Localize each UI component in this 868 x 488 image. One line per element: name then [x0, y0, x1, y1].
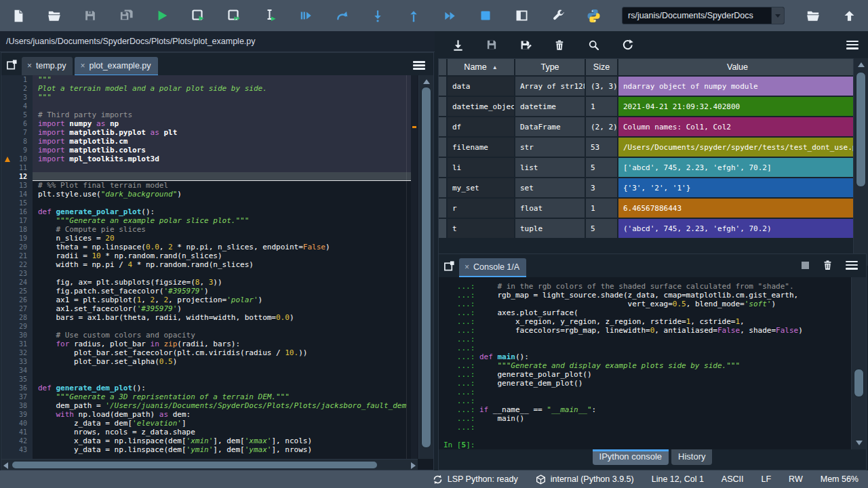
- line-number[interactable]: 39: [1, 410, 33, 419]
- code-line[interactable]: # Compute pie slices: [33, 225, 411, 234]
- code-line[interactable]: plt.style.use("dark_background"): [33, 190, 411, 199]
- code-line[interactable]: ax1 = plt.subplot(1, 2, 2, projection='p…: [33, 296, 411, 304]
- code-line[interactable]: fig.patch.set_facecolor('#395979'): [33, 287, 411, 296]
- line-number[interactable]: 31: [1, 340, 33, 348]
- line-number[interactable]: 4: [1, 102, 33, 110]
- line-number[interactable]: 9: [1, 146, 33, 155]
- code-line[interactable]: [33, 172, 411, 181]
- line-number[interactable]: 35: [1, 375, 33, 384]
- line-number[interactable]: 19: [1, 234, 33, 243]
- variable-value[interactable]: 2021-04-21 21:09:32.402800: [618, 97, 856, 117]
- close-console-icon[interactable]: ×: [465, 263, 469, 271]
- line-number[interactable]: 2: [1, 84, 33, 93]
- variable-row[interactable]: dfDataFrame(2, 2)Column names: Col1, Col…: [439, 117, 856, 138]
- code-line[interactable]: """: [33, 75, 411, 84]
- variable-name[interactable]: my_set: [448, 178, 515, 199]
- line-number[interactable]: 14: [1, 190, 33, 199]
- line-number[interactable]: 1: [1, 75, 33, 84]
- line-number[interactable]: 29: [1, 322, 33, 331]
- browse-directory-icon[interactable]: [806, 8, 821, 23]
- parent-directory-icon[interactable]: [842, 8, 856, 23]
- code-line[interactable]: [33, 366, 411, 375]
- code-line[interactable]: radii = 10 * np.random.rand(n_slices): [33, 251, 411, 260]
- line-number[interactable]: 7: [1, 128, 33, 137]
- variable-value[interactable]: ndarray object of numpy module: [618, 77, 856, 97]
- line-number[interactable]: 6: [1, 119, 33, 128]
- code-line[interactable]: # Third party imports: [33, 110, 411, 119]
- code-line[interactable]: [33, 375, 411, 384]
- save-data-icon[interactable]: [484, 37, 499, 52]
- code-line[interactable]: bars = ax1.bar(theta, radii, width=width…: [33, 313, 411, 322]
- ipython-console[interactable]: ...: # in the rgb colors of the shaded s…: [439, 277, 866, 449]
- code-line[interactable]: """Generate an example polar slice plot.…: [33, 216, 411, 225]
- line-number[interactable]: 21: [1, 251, 33, 260]
- variable-value[interactable]: ('abcd', 745, 2.23, 'efgh', 70.2): [618, 219, 856, 239]
- line-number[interactable]: 33: [1, 357, 33, 366]
- line-number[interactable]: 26: [1, 296, 33, 304]
- code-line[interactable]: import matplotlib.colors: [33, 146, 411, 155]
- debug-file-icon[interactable]: [298, 8, 313, 23]
- tab-ipython-console[interactable]: IPython console: [593, 449, 669, 465]
- code-line[interactable]: x_data = np.linspace(dem['xmin'], dem['x…: [33, 436, 411, 445]
- variable-name[interactable]: r: [448, 199, 515, 219]
- new-file-icon[interactable]: [11, 8, 26, 23]
- line-number[interactable]: 12: [1, 172, 33, 181]
- variable-type[interactable]: str: [515, 138, 586, 158]
- combobox-dropdown-arrow[interactable]: [771, 7, 784, 24]
- code-line[interactable]: [33, 322, 411, 331]
- line-number[interactable]: 28: [1, 313, 33, 322]
- variable-size[interactable]: (2, 2): [586, 117, 618, 138]
- variable-size[interactable]: 3: [586, 178, 618, 199]
- line-number[interactable]: 13: [1, 181, 33, 190]
- open-file-icon[interactable]: [47, 8, 62, 23]
- code-line[interactable]: n_slices = 20: [33, 234, 411, 243]
- save-data-as-icon[interactable]: [518, 37, 533, 52]
- line-number[interactable]: 5: [1, 110, 33, 119]
- variable-name[interactable]: filename: [448, 138, 515, 158]
- run-selection-icon[interactable]: [262, 8, 277, 23]
- line-number[interactable]: 32: [1, 348, 33, 357]
- line-number[interactable]: 23: [1, 269, 33, 278]
- code-line[interactable]: # Use custom colors and opacity: [33, 331, 411, 340]
- search-variables-icon[interactable]: [586, 37, 601, 52]
- column-header-type[interactable]: Type: [515, 59, 586, 77]
- variable-size[interactable]: 53: [586, 138, 618, 158]
- editor-vertical-scrollbar[interactable]: [418, 75, 433, 459]
- editor-options-menu-icon[interactable]: [413, 61, 425, 70]
- line-number[interactable]: 18: [1, 225, 33, 234]
- variable-name[interactable]: t: [448, 219, 515, 239]
- line-number[interactable]: 24: [1, 278, 33, 287]
- code-line[interactable]: theta = np.linspace(0.0, 2 * np.pi, n_sl…: [33, 243, 411, 251]
- variable-type[interactable]: Array of str128: [515, 77, 586, 97]
- code-line[interactable]: [33, 199, 411, 207]
- variable-row[interactable]: filenamestr53/Users/Documents/spyder/spy…: [439, 138, 856, 158]
- line-number[interactable]: 30: [1, 331, 33, 340]
- step-over-icon[interactable]: [334, 8, 349, 23]
- line-number[interactable]: 40: [1, 419, 33, 428]
- line-number[interactable]: 8: [1, 137, 33, 146]
- console-tab[interactable]: × Console 1/A: [459, 258, 526, 277]
- variable-type[interactable]: DataFrame: [515, 117, 586, 138]
- variable-size[interactable]: (3, 3): [586, 77, 618, 97]
- variable-type[interactable]: list: [515, 158, 586, 178]
- variable-size[interactable]: 1: [586, 199, 618, 219]
- code-line[interactable]: width = np.pi / 4 * np.random.rand(n_sli…: [33, 260, 411, 269]
- step-into-icon[interactable]: [370, 8, 385, 23]
- stop-icon[interactable]: [478, 8, 493, 23]
- line-number[interactable]: 15: [1, 199, 33, 207]
- variable-type[interactable]: set: [515, 178, 586, 199]
- line-number[interactable]: 17: [1, 216, 33, 225]
- console-options-menu-icon[interactable]: [846, 261, 858, 270]
- line-number[interactable]: 20: [1, 243, 33, 251]
- variable-explorer-scrollbar[interactable]: [853, 58, 868, 266]
- variable-name[interactable]: datetime_object: [448, 97, 515, 117]
- code-line[interactable]: [33, 163, 411, 172]
- maximize-pane-icon[interactable]: [514, 8, 529, 23]
- editor-tab-plot-example[interactable]: × plot_example.py: [75, 57, 157, 75]
- variable-name[interactable]: df: [448, 117, 515, 138]
- line-number[interactable]: 43: [1, 445, 33, 454]
- line-number[interactable]: 36: [1, 384, 33, 392]
- code-line[interactable]: fig, ax= plt.subplots(figsize=(8, 3)): [33, 278, 411, 287]
- preferences-wrench-icon[interactable]: [550, 8, 565, 23]
- column-header-size[interactable]: Size: [586, 59, 618, 77]
